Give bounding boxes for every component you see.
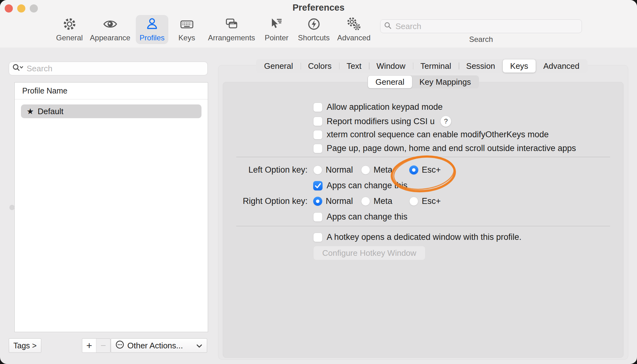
toolbar-item-advanced[interactable]: Advanced bbox=[334, 15, 375, 44]
right-option-meta: Meta bbox=[361, 196, 392, 206]
checkbox-label: A hotkey opens a dedicated window with t… bbox=[327, 232, 522, 242]
keys-subtabs: General Key Mappings bbox=[367, 75, 479, 88]
radio-label: Esc+ bbox=[422, 196, 441, 206]
tab-colors[interactable]: Colors bbox=[301, 60, 339, 72]
toolbar-item-arrangements[interactable]: Arrangements bbox=[204, 15, 259, 44]
eye-icon bbox=[103, 17, 117, 33]
preferences-window: Preferences General Appearance Profiles … bbox=[0, 0, 637, 364]
radio-label: Meta bbox=[374, 165, 392, 175]
divider bbox=[236, 226, 610, 226]
left-apps-checkbox[interactable] bbox=[313, 181, 323, 190]
profile-list-header: Profile Name bbox=[15, 83, 208, 99]
subtab-general[interactable]: General bbox=[368, 76, 412, 88]
toolbar-label: Keys bbox=[178, 33, 195, 42]
hotkey-checkbox[interactable] bbox=[313, 233, 323, 242]
toolbar-item-shortcuts[interactable]: Shortcuts bbox=[294, 15, 333, 44]
right-apps-checkbox[interactable] bbox=[313, 212, 323, 222]
configure-hotkey-button[interactable]: Configure Hotkey Window bbox=[313, 246, 426, 260]
right-option-esc: Esc+ bbox=[409, 196, 441, 206]
remove-profile-button[interactable]: − bbox=[96, 339, 110, 352]
cursor-icon bbox=[269, 17, 284, 33]
left-option-label: Left Option key: bbox=[200, 165, 308, 174]
tab-session[interactable]: Session bbox=[459, 60, 503, 72]
toolbar-label: Pointer bbox=[265, 33, 288, 42]
checkbox-label: Apps can change this bbox=[327, 212, 407, 222]
tab-window[interactable]: Window bbox=[369, 60, 413, 72]
tab-text[interactable]: Text bbox=[339, 60, 369, 72]
ellipsis-circle-icon bbox=[115, 340, 124, 351]
titlebar: Preferences General Appearance Profiles … bbox=[0, 0, 637, 48]
profile-search-input[interactable] bbox=[26, 63, 204, 74]
checkbox-label: Apps can change this bbox=[327, 181, 407, 190]
csi-u-checkbox[interactable] bbox=[313, 117, 323, 126]
toolbar-item-profiles[interactable]: Profiles bbox=[136, 15, 168, 44]
gear-icon bbox=[62, 17, 77, 33]
toolbar-item-appearance[interactable]: Appearance bbox=[86, 15, 134, 44]
toolbar-label: Advanced bbox=[337, 33, 371, 42]
chevron-down-icon bbox=[196, 341, 202, 351]
tab-general[interactable]: General bbox=[257, 60, 301, 72]
bolt-icon bbox=[307, 17, 321, 33]
toolbar-search-field[interactable] bbox=[380, 19, 582, 33]
hotkey-row: A hotkey opens a dedicated window with t… bbox=[313, 232, 522, 242]
toolbar-search-input[interactable] bbox=[395, 21, 578, 32]
split-drag-handle[interactable] bbox=[9, 205, 15, 210]
screen: Preferences General Appearance Profiles … bbox=[0, 0, 637, 364]
toolbar-item-keys[interactable]: Keys bbox=[175, 15, 199, 44]
star-icon: ★ bbox=[27, 107, 34, 116]
add-profile-button[interactable]: + bbox=[82, 339, 96, 352]
left-apps-row: Apps can change this bbox=[313, 181, 407, 190]
checkbox-label: xterm control sequence can enable modify… bbox=[327, 130, 549, 139]
checkbox-label: Page up, page down, home and end scroll … bbox=[327, 144, 576, 153]
left-meta-radio[interactable] bbox=[361, 165, 370, 174]
tab-keys[interactable]: Keys bbox=[503, 59, 536, 73]
window-title: Preferences bbox=[0, 3, 637, 13]
right-esc-radio[interactable] bbox=[409, 197, 418, 206]
add-remove-group: + − bbox=[82, 338, 110, 353]
scroll-outside-checkbox[interactable] bbox=[313, 144, 323, 153]
left-esc-radio[interactable] bbox=[409, 165, 418, 174]
right-normal-radio[interactable] bbox=[313, 197, 322, 206]
right-option-normal: Normal bbox=[313, 196, 353, 206]
profile-search-field[interactable] bbox=[9, 62, 208, 75]
tab-advanced[interactable]: Advanced bbox=[536, 60, 587, 72]
checkbox-row-modifyotherkeys: xterm control sequence can enable modify… bbox=[313, 130, 549, 139]
radio-label: Normal bbox=[326, 196, 353, 206]
toolbar-label: Appearance bbox=[90, 33, 130, 42]
subtab-key-mappings[interactable]: Key Mappings bbox=[412, 76, 479, 88]
person-icon bbox=[145, 17, 159, 33]
checkbox-label: Allow application keypad mode bbox=[327, 102, 443, 112]
toolbar-item-pointer[interactable]: Pointer bbox=[261, 15, 292, 44]
radio-label: Esc+ bbox=[422, 165, 441, 175]
checkbox-row-csi-u: Report modifiers using CSI u ? bbox=[313, 116, 451, 127]
other-actions-label: Other Actions... bbox=[127, 341, 183, 351]
right-meta-radio[interactable] bbox=[361, 197, 370, 206]
toolbar-label: Profiles bbox=[140, 33, 165, 42]
left-normal-radio[interactable] bbox=[313, 165, 322, 174]
toolbar-label: General bbox=[56, 33, 83, 42]
left-option-esc: Esc+ bbox=[409, 165, 441, 175]
toolbar-search-caption: Search bbox=[380, 35, 582, 44]
keyboard-icon bbox=[180, 17, 194, 33]
radio-label: Meta bbox=[374, 196, 392, 206]
checkbox-label: Report modifiers using CSI u bbox=[327, 117, 435, 126]
modifyotherkeys-checkbox[interactable] bbox=[313, 130, 323, 139]
tags-button[interactable]: Tags > bbox=[9, 338, 41, 353]
allow-keypad-checkbox[interactable] bbox=[313, 103, 323, 112]
windows-icon bbox=[224, 17, 239, 33]
profile-name: Default bbox=[38, 107, 63, 116]
right-option-label: Right Option key: bbox=[200, 196, 308, 206]
profile-row-default[interactable]: ★ Default bbox=[21, 104, 201, 118]
gears-icon bbox=[347, 17, 361, 33]
other-actions-dropdown[interactable]: Other Actions... bbox=[111, 338, 207, 353]
left-option-meta: Meta bbox=[361, 165, 392, 175]
tab-terminal[interactable]: Terminal bbox=[413, 60, 459, 72]
radio-label: Normal bbox=[326, 165, 353, 175]
left-option-normal: Normal bbox=[313, 165, 353, 175]
right-apps-row: Apps can change this bbox=[313, 212, 407, 222]
toolbar-label: Shortcuts bbox=[298, 33, 329, 42]
help-button[interactable]: ? bbox=[441, 116, 451, 127]
toolbar-item-general[interactable]: General bbox=[52, 15, 86, 44]
search-icon bbox=[384, 22, 392, 31]
checkbox-row-scroll-outside: Page up, page down, home and end scroll … bbox=[313, 144, 576, 153]
